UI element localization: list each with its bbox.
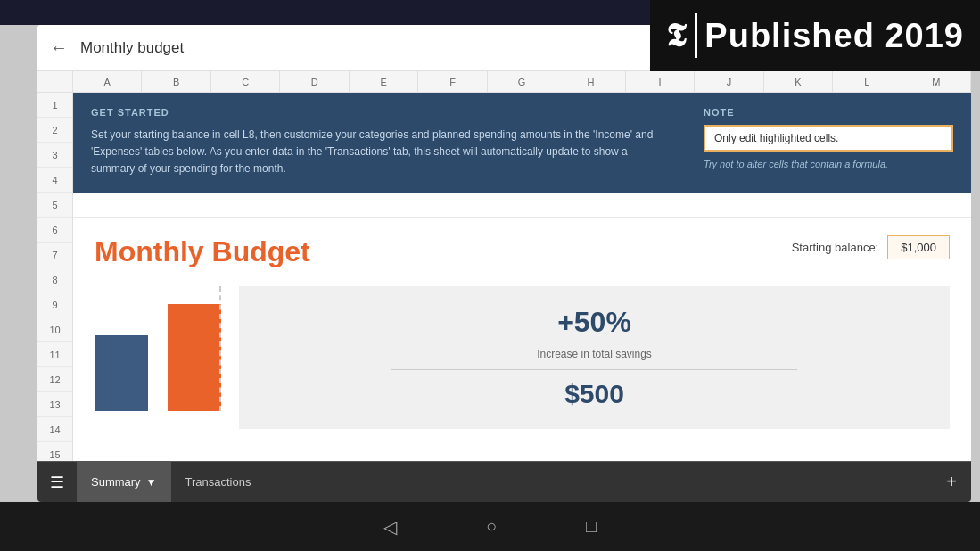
tab-transactions[interactable]: Transactions xyxy=(171,462,266,503)
col-header-k[interactable]: K xyxy=(764,71,833,92)
col-header-f[interactable]: F xyxy=(418,71,487,92)
rows-area: 1 2 3 4 5 6 7 8 9 10 11 12 13 14 15 xyxy=(37,93,971,461)
row-num-2: 2 xyxy=(37,118,72,143)
starting-balance-label: Starting balance: xyxy=(792,241,879,254)
note-input[interactable]: Only edit highlighted cells. xyxy=(704,125,953,152)
column-headers: A B C D E F G H I J K L M xyxy=(37,71,971,93)
bar-chart xyxy=(95,286,221,411)
document-title: Monthly budget xyxy=(80,39,184,57)
col-header-l[interactable]: L xyxy=(833,71,902,92)
row-num-10: 10 xyxy=(37,317,72,342)
col-header-m[interactable]: M xyxy=(902,71,971,92)
published-banner: 𝕿 Published 2019 xyxy=(650,0,980,71)
app-container: ← Monthly budget A B C D E F G H I J K L… xyxy=(37,25,971,502)
tab-summary[interactable]: Summary ▼ xyxy=(77,462,171,503)
row-num-11: 11 xyxy=(37,342,72,367)
stat-percent: +50% xyxy=(557,306,631,339)
tab-dropdown-icon[interactable]: ▼ xyxy=(146,476,157,489)
back-button[interactable]: ← xyxy=(50,37,68,58)
spreadsheet: A B C D E F G H I J K L M 1 2 3 4 5 6 7 xyxy=(37,71,971,461)
balance-value[interactable]: $1,000 xyxy=(887,235,950,259)
col-header-c[interactable]: C xyxy=(211,71,280,92)
col-header-g[interactable]: G xyxy=(488,71,556,92)
row-num-15: 15 xyxy=(37,442,72,461)
stat-divider xyxy=(391,369,796,370)
tab-add-button[interactable]: + xyxy=(932,462,971,503)
android-back-button[interactable]: ◁ xyxy=(383,516,397,538)
tab-summary-label: Summary xyxy=(91,475,141,489)
note-hint: Try not to alter cells that contain a fo… xyxy=(704,159,953,169)
info-left: GET STARTED Set your starting balance in… xyxy=(91,107,668,178)
col-header-d[interactable]: D xyxy=(280,71,349,92)
tab-menu-button[interactable]: ☰ xyxy=(37,462,77,503)
budget-section: Monthly Budget Starting balance: $1,000 xyxy=(73,218,971,277)
stats-box: +50% Increase in total savings $500 xyxy=(239,286,950,429)
row-num-13: 13 xyxy=(37,392,72,417)
row-num-7: 7 xyxy=(37,243,72,267)
note-label: NOTE xyxy=(704,107,953,118)
starting-balance: Starting balance: $1,000 xyxy=(792,235,950,259)
info-right: NOTE Only edit highlighted cells. Try no… xyxy=(704,107,953,169)
chart-area: +50% Increase in total savings $500 xyxy=(73,286,971,429)
row-num-8: 8 xyxy=(37,267,72,292)
android-recent-button[interactable]: □ xyxy=(586,516,597,537)
col-header-h[interactable]: H xyxy=(556,71,625,92)
android-home-button[interactable]: ○ xyxy=(486,516,497,537)
android-nav: ◁ ○ □ xyxy=(0,502,980,551)
stat-percent-label: Increase in total savings xyxy=(537,348,652,360)
tab-transactions-label: Transactions xyxy=(185,475,251,489)
get-started-label: GET STARTED xyxy=(91,107,668,118)
bar-expenses xyxy=(168,304,221,411)
info-description: Set your starting balance in cell L8, th… xyxy=(91,127,668,178)
row-num-3: 3 xyxy=(37,143,72,168)
row-num-6: 6 xyxy=(37,218,72,243)
row-num-14: 14 xyxy=(37,417,72,442)
row-num-4: 4 xyxy=(37,168,72,193)
budget-title: Monthly Budget xyxy=(95,235,310,267)
col-header-b[interactable]: B xyxy=(142,71,210,92)
row-num-9: 9 xyxy=(37,292,72,317)
row-num-12: 12 xyxy=(37,367,72,392)
col-header-j[interactable]: J xyxy=(695,71,763,92)
corner-cell xyxy=(37,71,73,92)
nyt-logo: 𝕿 xyxy=(666,13,697,58)
published-text: Published 2019 xyxy=(704,17,964,55)
bottom-tabs: ☰ Summary ▼ Transactions + xyxy=(37,461,971,502)
row-7-spacer xyxy=(73,193,971,218)
bar-income xyxy=(95,335,148,411)
col-header-a[interactable]: A xyxy=(73,71,142,92)
row-numbers: 1 2 3 4 5 6 7 8 9 10 11 12 13 14 15 xyxy=(37,93,73,461)
row-num-1: 1 xyxy=(37,93,72,118)
info-banner: GET STARTED Set your starting balance in… xyxy=(73,93,971,193)
row-num-5: 5 xyxy=(37,193,72,218)
col-header-i[interactable]: I xyxy=(626,71,695,92)
stat-amount: $500 xyxy=(564,379,624,409)
content-area: GET STARTED Set your starting balance in… xyxy=(73,93,971,461)
col-header-e[interactable]: E xyxy=(350,71,418,92)
